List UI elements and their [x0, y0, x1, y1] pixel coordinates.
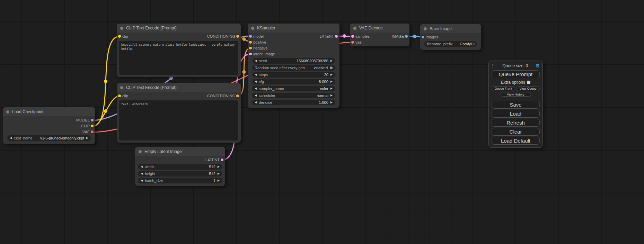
output-slot-model[interactable] [91, 119, 94, 121]
drag-handle-icon[interactable] [492, 63, 495, 68]
collapse-dot-icon[interactable] [139, 150, 142, 153]
refresh-button[interactable]: Refresh [492, 119, 540, 127]
widget-value: enabled [307, 66, 328, 70]
node-header[interactable]: Empty Latent Image [135, 147, 225, 156]
decrement-arrow-icon[interactable]: ◀ [255, 87, 257, 90]
widget-height[interactable]: ◀ height 512 ▶ [138, 171, 222, 177]
collapse-dot-icon[interactable] [251, 27, 254, 30]
increment-arrow-icon[interactable]: ▶ [218, 165, 220, 168]
output-slot-latent[interactable] [221, 159, 223, 161]
collapse-dot-icon[interactable] [6, 110, 9, 114]
widget-scheduler[interactable]: ◀ scheduler normal ▶ [252, 93, 335, 98]
widget-label: height [145, 172, 155, 176]
node-header[interactable]: VAE Decode [350, 24, 409, 33]
load-default-button[interactable]: Load Default [492, 137, 540, 145]
node-header[interactable]: CLIP Text Encode (Prompt) [117, 24, 241, 33]
node-header[interactable]: Load Checkpoint [3, 107, 95, 116]
widget-filename-prefix[interactable]: filename_prefix ComfyUI [424, 41, 477, 47]
graph-canvas[interactable]: { "colors": { "model": "#B39DDB", "clip"… [0, 0, 644, 244]
increment-arrow-icon[interactable]: ▶ [330, 80, 333, 83]
output-slot-conditioning[interactable] [236, 94, 239, 97]
node-clip-text-encode-negative[interactable]: CLIP Text Encode (Prompt) clip CONDITION… [117, 83, 241, 143]
output-slot-vae[interactable] [91, 130, 94, 133]
decrement-arrow-icon[interactable]: ◀ [141, 165, 143, 168]
increment-arrow-icon[interactable]: ▶ [330, 60, 333, 62]
slot-row: clip CONDITIONING [117, 93, 241, 99]
widget-label: sampler_name [259, 87, 284, 91]
decrement-arrow-icon[interactable]: ◀ [255, 80, 257, 83]
collapse-dot-icon[interactable] [353, 27, 356, 30]
input-label-samples: samples [355, 34, 370, 38]
output-slot-conditioning[interactable] [236, 35, 239, 38]
widget-random-seed-toggle[interactable]: Random seed after every gen enabled [252, 65, 335, 71]
widget-ckpt-name[interactable]: ◀ ckpt_name v1-5-pruned-emaonly.ckpt ▶ [7, 135, 91, 141]
widget-width[interactable]: ◀ width 512 ▶ [138, 164, 222, 170]
widget-denoise[interactable]: ◀ denoise 1.000 ▶ [252, 100, 335, 105]
decrement-arrow-icon[interactable]: ◀ [141, 179, 143, 182]
node-empty-latent-image[interactable]: Empty Latent Image LATENT ◀ width 512 ▶ … [135, 147, 225, 186]
toggle-on-indicator-icon [330, 66, 333, 69]
queue-front-button[interactable]: Queue Front [492, 86, 515, 91]
view-queue-button[interactable]: View Queue [516, 86, 540, 91]
increment-arrow-icon[interactable]: ▶ [330, 94, 333, 97]
node-ksampler[interactable]: KSampler model LATENT positive negative … [248, 24, 339, 108]
node-header[interactable]: Save Image [420, 24, 481, 33]
increment-arrow-icon[interactable]: ▶ [330, 73, 333, 76]
clear-button[interactable]: Clear [492, 128, 540, 136]
input-label-images: images [426, 35, 438, 39]
collapse-dot-icon[interactable] [424, 27, 427, 30]
node-header[interactable]: CLIP Text Encode (Prompt) [117, 83, 241, 92]
decrement-arrow-icon[interactable]: ◀ [255, 73, 257, 76]
decrement-arrow-icon[interactable]: ◀ [10, 137, 12, 139]
node-title: Empty Latent Image [144, 149, 182, 154]
node-vae-decode[interactable]: VAE Decode samples IMAGE vae [350, 24, 409, 46]
decrement-arrow-icon[interactable]: ◀ [255, 94, 257, 97]
node-load-checkpoint[interactable]: Load Checkpoint MODEL CLIP VAE ◀ ckpt_na… [3, 107, 95, 144]
positive-prompt-textarea[interactable]: beautiful scenery nature glass bottle la… [119, 41, 238, 75]
view-history-button[interactable]: View History [501, 92, 531, 97]
widget-value: 1.000 [274, 100, 328, 105]
output-slot-image[interactable] [405, 35, 408, 38]
increment-arrow-icon[interactable]: ▶ [330, 101, 333, 104]
increment-arrow-icon[interactable]: ▶ [330, 87, 333, 90]
input-slot-clip[interactable] [118, 94, 121, 97]
node-header[interactable]: KSampler [248, 24, 339, 33]
extra-options-checkbox[interactable] [527, 81, 530, 84]
output-slot-latent[interactable] [335, 35, 338, 38]
save-button[interactable]: Save [492, 101, 540, 109]
queue-prompt-button[interactable]: Queue Prompt [492, 70, 540, 78]
decrement-arrow-icon[interactable]: ◀ [255, 101, 257, 104]
increment-arrow-icon[interactable]: ▶ [218, 179, 220, 182]
link-clip-to-positive-prompt [92, 36, 120, 126]
increment-arrow-icon[interactable]: ▶ [218, 172, 220, 175]
input-slot-images[interactable] [422, 36, 424, 38]
output-slot-clip[interactable] [91, 125, 94, 127]
input-slot-samples[interactable] [351, 35, 354, 38]
load-button[interactable]: Load [492, 110, 540, 118]
widget-steps[interactable]: ◀ steps 20 ▶ [252, 72, 335, 78]
widget-sampler-name[interactable]: ◀ sampler_name euler ▶ [252, 86, 335, 91]
input-label-vae: vae [355, 40, 362, 44]
input-slot-negative[interactable] [249, 47, 252, 49]
decrement-arrow-icon[interactable]: ◀ [255, 60, 257, 62]
widget-label: width [145, 165, 154, 169]
input-slot-clip[interactable] [118, 35, 121, 38]
node-clip-text-encode-positive[interactable]: CLIP Text Encode (Prompt) clip CONDITION… [117, 24, 241, 77]
negative-prompt-textarea[interactable]: text, watermark [119, 100, 238, 141]
node-save-image[interactable]: Save Image images filename_prefix ComfyU… [420, 24, 481, 50]
decrement-arrow-icon[interactable]: ◀ [141, 172, 143, 175]
input-slot-positive[interactable] [249, 41, 252, 44]
input-slot-latent-image[interactable] [249, 53, 252, 55]
collapse-dot-icon[interactable] [120, 27, 123, 30]
widget-batch-size[interactable]: ◀ batch_size 1 ▶ [138, 178, 222, 183]
widget-label: seed [259, 59, 267, 63]
collapse-dot-icon[interactable] [120, 86, 123, 89]
input-slot-vae[interactable] [351, 41, 354, 44]
increment-arrow-icon[interactable]: ▶ [86, 137, 88, 139]
input-slot-model[interactable] [249, 35, 252, 38]
settings-gear-icon[interactable]: ⚙ [535, 63, 540, 68]
link-clip-to-negative-prompt [92, 96, 120, 127]
widget-seed[interactable]: ◀ seed 156680208700286 ▶ [252, 58, 335, 64]
widget-cfg[interactable]: ◀ cfg 8.000 ▶ [252, 79, 335, 84]
link-midpoint-dot-cond-positive [242, 37, 246, 41]
